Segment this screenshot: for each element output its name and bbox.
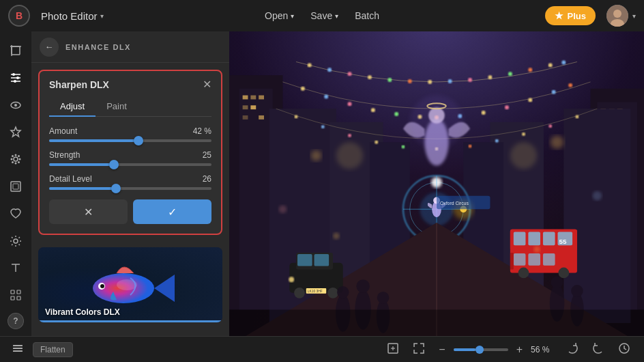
bottom-bar: Flatten − + 56 %	[0, 336, 644, 362]
strength-slider-group: Strength 25	[49, 150, 211, 166]
amount-slider-thumb[interactable]	[134, 136, 143, 145]
undo-button[interactable]	[589, 341, 607, 359]
topbar-center-nav: Open ▾ Save ▾ Batch	[265, 10, 379, 21]
detail-level-label: Detail Level	[49, 174, 92, 184]
strength-slider-thumb[interactable]	[109, 160, 119, 169]
detail-level-value: 26	[203, 174, 211, 184]
confirm-icon: ✓	[168, 206, 177, 219]
svg-rect-124	[510, 253, 514, 270]
flatten-button[interactable]: Flatten	[33, 342, 73, 357]
strength-slider-track[interactable]	[49, 163, 211, 166]
svg-rect-118	[514, 253, 526, 266]
svg-point-139	[337, 286, 349, 298]
expand-icon-button[interactable]	[410, 341, 428, 359]
svg-rect-41	[243, 96, 248, 100]
detail-level-slider-thumb[interactable]	[111, 184, 121, 193]
detail-level-slider-track[interactable]	[49, 187, 211, 190]
settings-icon-btn[interactable]	[3, 229, 28, 253]
plus-upgrade-button[interactable]: ★ Plus	[545, 6, 596, 25]
photo-canvas[interactable]: 55 LK10 3HF	[229, 31, 644, 336]
amount-value: 42 %	[193, 126, 211, 136]
svg-point-135	[356, 279, 370, 293]
resize-icon-button[interactable]	[384, 341, 402, 359]
svg-point-19	[19, 158, 21, 161]
tab-adjust[interactable]: Adjust	[49, 97, 96, 117]
svg-rect-114	[514, 232, 526, 246]
svg-point-70	[488, 75, 493, 79]
svg-point-123	[558, 268, 569, 279]
user-avatar[interactable]	[606, 5, 628, 27]
effects-icon-btn[interactable]	[3, 147, 28, 171]
svg-point-154	[592, 191, 602, 201]
svg-point-94	[469, 145, 472, 148]
avatar-chevron-icon[interactable]: ▾	[632, 12, 636, 20]
star-icon-btn[interactable]	[3, 120, 28, 144]
cancel-button[interactable]: ✕	[49, 199, 128, 224]
open-chevron: ▾	[291, 12, 294, 20]
svg-rect-25	[13, 184, 18, 189]
vibrant-colors-thumbnail[interactable]: Vibrant Colors DLX	[38, 247, 222, 322]
svg-point-86	[552, 90, 556, 94]
sharpen-card-close-button[interactable]: ✕	[203, 79, 211, 90]
text-icon-btn[interactable]	[3, 256, 28, 281]
zoom-in-button[interactable]: +	[514, 342, 525, 357]
rotate-right-button[interactable]	[564, 341, 581, 359]
open-menu[interactable]: Open ▾	[265, 10, 294, 21]
crop-icon-btn[interactable]	[3, 38, 28, 63]
svg-rect-40	[239, 89, 273, 310]
svg-rect-116	[543, 232, 555, 246]
detail-level-label-row: Detail Level 26	[49, 174, 211, 184]
svg-rect-158	[13, 348, 23, 349]
svg-point-84	[505, 105, 509, 109]
svg-rect-157	[13, 345, 23, 346]
batch-button[interactable]: Batch	[355, 10, 379, 21]
panel-back-button[interactable]: ←	[40, 38, 59, 57]
svg-point-1	[613, 10, 621, 18]
svg-point-87	[568, 83, 572, 87]
help-button[interactable]: ?	[8, 313, 24, 329]
svg-point-146	[336, 142, 363, 169]
svg-point-66	[408, 79, 412, 83]
svg-point-17	[15, 163, 17, 165]
save-menu[interactable]: Save ▾	[310, 10, 338, 21]
eye-icon-btn[interactable]	[3, 93, 28, 117]
svg-point-67	[428, 80, 432, 84]
svg-rect-46	[243, 115, 248, 120]
cancel-icon: ✕	[84, 206, 93, 219]
tab-paint[interactable]: Paint	[96, 97, 138, 116]
confirm-button[interactable]: ✓	[133, 199, 211, 224]
heart-icon-btn[interactable]	[3, 201, 28, 226]
zoom-out-button[interactable]: −	[436, 342, 448, 357]
svg-point-95	[495, 139, 499, 143]
zoom-slider-track[interactable]	[454, 348, 508, 351]
frame-icon-btn[interactable]	[3, 174, 28, 199]
svg-point-15	[14, 157, 18, 161]
app-logo[interactable]: B	[8, 5, 30, 27]
layers-icon-button[interactable]	[11, 342, 25, 358]
svg-rect-45	[250, 105, 256, 109]
svg-rect-29	[11, 290, 14, 294]
zoom-slider-thumb[interactable]	[475, 346, 484, 354]
sharpen-card-title: Sharpen DLX	[49, 79, 109, 90]
svg-point-73	[548, 63, 553, 67]
app-title[interactable]: Photo Editor ▾	[41, 10, 104, 22]
amount-label-row: Amount 42 %	[49, 126, 211, 136]
svg-text:LK10 3HF: LK10 3HF	[308, 290, 323, 293]
svg-point-85	[528, 98, 532, 102]
svg-point-137	[377, 292, 390, 304]
svg-point-16	[15, 154, 17, 156]
svg-rect-44	[243, 105, 248, 109]
svg-point-13	[14, 104, 17, 107]
amount-slider-track[interactable]	[49, 139, 211, 142]
svg-point-21	[18, 161, 20, 163]
sharpen-tabs: Adjust Paint	[49, 97, 211, 117]
svg-point-131	[289, 277, 294, 282]
history-button[interactable]	[615, 341, 633, 359]
help-icon: ?	[13, 316, 18, 326]
strength-value: 25	[203, 150, 211, 160]
app-title-chevron: ▾	[100, 12, 104, 20]
open-label: Open	[265, 10, 288, 21]
adjustments-icon-btn[interactable]	[3, 66, 28, 90]
texture-icon-btn[interactable]	[3, 283, 28, 307]
svg-rect-115	[528, 232, 540, 246]
